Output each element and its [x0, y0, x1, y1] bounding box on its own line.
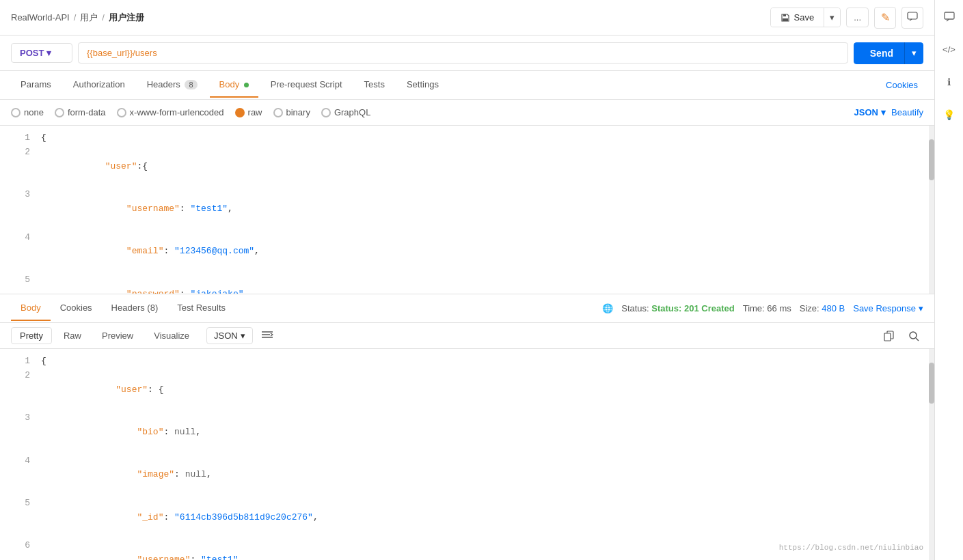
svg-point-8: [910, 332, 917, 339]
tab-tests[interactable]: Tests: [355, 72, 394, 98]
send-button-group: Send ▾: [854, 42, 923, 64]
sidebar-code-icon[interactable]: </>: [938, 38, 960, 60]
right-sidebar: </> ℹ 💡: [934, 0, 963, 560]
svg-rect-2: [908, 12, 917, 19]
response-format-right: [880, 326, 923, 346]
breadcrumb-root[interactable]: RealWorld-API: [11, 12, 70, 23]
headers-badge: 8: [185, 80, 197, 89]
method-dropdown-icon: ▾: [46, 48, 51, 58]
sidebar-lightbulb-icon[interactable]: 💡: [938, 104, 960, 126]
response-json-dropdown-icon: ▾: [241, 331, 245, 341]
top-bar: RealWorld-API / 用户 / 用户注册 Save ▾ ...: [0, 0, 934, 36]
body-options-row: none form-data x-www-form-urlencoded raw…: [0, 100, 934, 126]
save-dropdown-button[interactable]: ▾: [824, 8, 840, 27]
breadcrumb-sep1: /: [74, 12, 77, 23]
tab-headers[interactable]: Headers 8: [137, 72, 207, 98]
svg-rect-1: [783, 18, 788, 21]
resp-line-3: 3 "bio": null,: [0, 411, 934, 453]
format-tab-pretty[interactable]: Pretty: [11, 327, 52, 344]
radio-raw: [235, 108, 245, 117]
response-size: Size: 480 B: [800, 303, 845, 313]
edit-button[interactable]: ✎: [874, 7, 896, 29]
option-form-data[interactable]: form-data: [55, 107, 106, 117]
breadcrumb-current: 用户注册: [109, 12, 144, 24]
comment-icon: [907, 12, 918, 23]
option-raw[interactable]: raw: [235, 107, 262, 117]
option-binary[interactable]: binary: [273, 107, 310, 117]
sidebar-comment-icon[interactable]: [938, 5, 960, 27]
option-none[interactable]: none: [11, 107, 44, 117]
response-tab-body[interactable]: Body: [11, 296, 51, 321]
response-tabs-row: Body Cookies Headers (8) Test Results 🌐 …: [0, 294, 934, 323]
radio-none: [11, 108, 21, 117]
req-line-2: 2 "user":{: [0, 145, 934, 188]
response-tab-test-results[interactable]: Test Results: [167, 296, 235, 321]
save-button-group: Save ▾: [770, 8, 841, 27]
format-tab-raw[interactable]: Raw: [55, 327, 90, 344]
top-bar-actions: Save ▾ ... ✎: [770, 7, 923, 29]
breadcrumb-sep2: /: [102, 12, 105, 23]
comment-button[interactable]: [901, 7, 923, 29]
sidebar-info-icon[interactable]: ℹ: [938, 71, 960, 93]
json-dropdown-icon: ▾: [881, 107, 886, 117]
response-body-editor: 1 { 2 "user": { 3 "bio": null, 4: [0, 349, 934, 560]
svg-rect-0: [783, 14, 786, 16]
cookies-button[interactable]: Cookies: [880, 77, 923, 93]
tab-settings[interactable]: Settings: [397, 72, 448, 98]
save-button[interactable]: Save: [771, 8, 824, 27]
resp-line-5: 5 "_id": "6114cb396d5b811d9c20c276",: [0, 496, 934, 539]
tab-body[interactable]: Body: [210, 72, 258, 98]
tab-prerequest[interactable]: Pre-request Script: [261, 72, 352, 98]
response-status-bar: 🌐 Status: Status: 201 Created Time: 66 m…: [602, 303, 923, 313]
tab-authorization[interactable]: Authorization: [64, 72, 135, 98]
response-tab-headers[interactable]: Headers (8): [102, 296, 168, 321]
watermark: https://blog.csdn.net/niulinbiao: [779, 542, 923, 555]
globe-icon: 🌐: [602, 303, 613, 313]
resp-line-1: 1 {: [0, 354, 934, 369]
status-code: Status: Status: 201 Created: [621, 303, 734, 313]
send-button[interactable]: Send: [854, 42, 904, 64]
svg-rect-7: [884, 333, 891, 341]
json-format-selector[interactable]: JSON ▾: [854, 107, 886, 117]
tab-params[interactable]: Params: [11, 72, 61, 98]
request-editor-scrollbar[interactable]: [929, 126, 934, 294]
response-format-row: Pretty Raw Preview Visualize JSON ▾: [0, 323, 934, 349]
svg-line-9: [916, 338, 919, 341]
send-dropdown-button[interactable]: ▾: [904, 42, 923, 64]
response-tab-cookies[interactable]: Cookies: [51, 296, 102, 321]
radio-binary: [273, 108, 283, 117]
body-options-right: JSON ▾ Beautify: [854, 107, 923, 117]
format-tab-visualize[interactable]: Visualize: [145, 327, 198, 344]
save-response-button[interactable]: Save Response ▾: [853, 303, 923, 313]
option-graphql[interactable]: GraphQL: [321, 107, 370, 117]
search-button[interactable]: [904, 326, 923, 346]
req-line-3: 3 "username": "test1",: [0, 188, 934, 230]
option-urlencoded[interactable]: x-www-form-urlencoded: [117, 107, 224, 117]
body-active-dot: [244, 83, 249, 87]
req-line-1: 1 {: [0, 131, 934, 145]
radio-graphql: [321, 108, 331, 117]
response-json-selector[interactable]: JSON ▾: [206, 327, 253, 344]
method-selector[interactable]: POST ▾: [11, 43, 72, 63]
response-scrollbar-thumb: [929, 363, 934, 404]
breadcrumb: RealWorld-API / 用户 / 用户注册: [11, 12, 770, 24]
edit-icon: ✎: [881, 11, 890, 24]
copy-button[interactable]: [880, 326, 899, 346]
save-icon: [781, 13, 790, 23]
format-tab-preview[interactable]: Preview: [93, 327, 142, 344]
req-line-4: 4 "email": "123456@qq.com",: [0, 231, 934, 273]
beautify-button[interactable]: Beautify: [891, 107, 923, 117]
resp-line-2: 2 "user": {: [0, 369, 934, 411]
request-tabs-row: Params Authorization Headers 8 Body Pre-…: [0, 71, 934, 100]
request-body-editor[interactable]: 1 { 2 "user":{ 3 "username": "test1", 4 …: [0, 126, 934, 294]
url-input[interactable]: [78, 42, 848, 64]
radio-form-data: [55, 108, 64, 117]
resp-line-4: 4 "image": null,: [0, 454, 934, 496]
response-editor-scrollbar[interactable]: [929, 349, 934, 560]
wrap-icon[interactable]: [261, 330, 273, 341]
breadcrumb-parent[interactable]: 用户: [80, 12, 98, 24]
url-bar: POST ▾ Send ▾: [0, 36, 934, 71]
more-options-button[interactable]: ...: [846, 8, 869, 27]
svg-rect-10: [945, 12, 954, 19]
response-time: Time: 66 ms: [743, 303, 791, 313]
